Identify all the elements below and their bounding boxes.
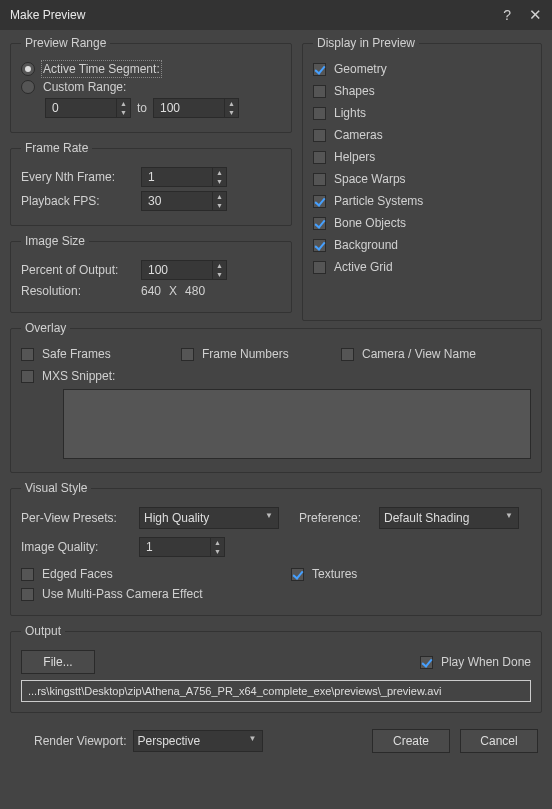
mxs-snippet-textarea[interactable]	[63, 389, 531, 459]
spinner-arrows[interactable]: ▲▼	[116, 99, 130, 117]
overlay-legend: Overlay	[21, 321, 70, 335]
visual-style-legend: Visual Style	[21, 481, 91, 495]
display-option-check[interactable]	[313, 217, 326, 230]
create-button[interactable]: Create	[372, 729, 450, 753]
file-button[interactable]: File...	[21, 650, 95, 674]
display-option-label[interactable]: Active Grid	[334, 260, 393, 274]
display-option-check[interactable]	[313, 63, 326, 76]
preference-dropdown[interactable]: Default Shading	[379, 507, 519, 529]
per-view-presets-dropdown[interactable]: High Quality	[139, 507, 279, 529]
display-option-label[interactable]: Particle Systems	[334, 194, 423, 208]
every-nth-input[interactable]: 1 ▲▼	[141, 167, 227, 187]
preference-label: Preference:	[299, 511, 379, 525]
display-option-label[interactable]: Background	[334, 238, 398, 252]
resolution-width: 640	[141, 284, 161, 298]
multipass-check[interactable]	[21, 588, 34, 601]
spinner-arrows[interactable]: ▲▼	[212, 261, 226, 279]
display-option-lights[interactable]: Lights	[313, 102, 531, 124]
display-option-check[interactable]	[313, 85, 326, 98]
custom-range-radio[interactable]	[21, 80, 35, 94]
spinner-arrows[interactable]: ▲▼	[210, 538, 224, 556]
resolution-height: 480	[185, 284, 205, 298]
visual-style-group: Visual Style Per-View Presets: High Qual…	[10, 481, 542, 616]
display-option-check[interactable]	[313, 107, 326, 120]
mxs-snippet-label[interactable]: MXS Snippet:	[42, 369, 115, 383]
display-option-geometry[interactable]: Geometry	[313, 58, 531, 80]
spinner-arrows[interactable]: ▲▼	[212, 168, 226, 186]
display-option-check[interactable]	[313, 195, 326, 208]
textures-check[interactable]	[291, 568, 304, 581]
image-quality-label: Image Quality:	[21, 540, 139, 554]
textures-label[interactable]: Textures	[312, 567, 357, 581]
image-quality-input[interactable]: 1 ▲▼	[139, 537, 225, 557]
display-option-shapes[interactable]: Shapes	[313, 80, 531, 102]
output-path: ...rs\kingstt\Desktop\zip\Athena_A756_PR…	[21, 680, 531, 702]
preview-range-group: Preview Range Active Time Segment: Custo…	[10, 36, 292, 133]
cancel-button[interactable]: Cancel	[460, 729, 538, 753]
playback-fps-input[interactable]: 30 ▲▼	[141, 191, 227, 211]
display-option-check[interactable]	[313, 261, 326, 274]
frame-rate-group: Frame Rate Every Nth Frame: 1 ▲▼ Playbac…	[10, 141, 292, 226]
display-option-active-grid[interactable]: Active Grid	[313, 256, 531, 278]
display-option-check[interactable]	[313, 151, 326, 164]
percent-output-label: Percent of Output:	[21, 263, 141, 277]
display-option-check[interactable]	[313, 129, 326, 142]
play-when-done-label[interactable]: Play When Done	[441, 655, 531, 669]
help-icon[interactable]: ?	[503, 7, 511, 23]
safe-frames-check[interactable]	[21, 348, 34, 361]
display-option-label[interactable]: Geometry	[334, 62, 387, 76]
titlebar: Make Preview ? ✕	[0, 0, 552, 30]
resolution-label: Resolution:	[21, 284, 141, 298]
display-option-bone-objects[interactable]: Bone Objects	[313, 212, 531, 234]
display-option-label[interactable]: Helpers	[334, 150, 375, 164]
percent-output-input[interactable]: 100 ▲▼	[141, 260, 227, 280]
display-option-label[interactable]: Space Warps	[334, 172, 406, 186]
play-when-done-check[interactable]	[420, 656, 433, 669]
display-option-helpers[interactable]: Helpers	[313, 146, 531, 168]
camera-view-label[interactable]: Camera / View Name	[362, 347, 476, 361]
frame-numbers-label[interactable]: Frame Numbers	[202, 347, 289, 361]
edged-faces-check[interactable]	[21, 568, 34, 581]
footer: Render Viewport: Perspective Create Canc…	[10, 721, 542, 753]
mxs-snippet-check[interactable]	[21, 370, 34, 383]
frame-rate-legend: Frame Rate	[21, 141, 92, 155]
range-to-input[interactable]: 100 ▲▼	[153, 98, 239, 118]
custom-range-label[interactable]: Custom Range:	[43, 80, 126, 94]
multipass-label[interactable]: Use Multi-Pass Camera Effect	[42, 587, 203, 601]
range-from-input[interactable]: 0 ▲▼	[45, 98, 131, 118]
display-option-background[interactable]: Background	[313, 234, 531, 256]
spinner-arrows[interactable]: ▲▼	[224, 99, 238, 117]
display-option-label[interactable]: Shapes	[334, 84, 375, 98]
window-controls: ? ✕	[503, 6, 542, 24]
display-option-label[interactable]: Lights	[334, 106, 366, 120]
output-legend: Output	[21, 624, 65, 638]
display-option-check[interactable]	[313, 173, 326, 186]
safe-frames-label[interactable]: Safe Frames	[42, 347, 111, 361]
close-icon[interactable]: ✕	[529, 6, 542, 24]
display-option-label[interactable]: Cameras	[334, 128, 383, 142]
every-nth-label: Every Nth Frame:	[21, 170, 141, 184]
edged-faces-label[interactable]: Edged Faces	[42, 567, 113, 581]
frame-numbers-check[interactable]	[181, 348, 194, 361]
image-size-legend: Image Size	[21, 234, 89, 248]
overlay-group: Overlay Safe Frames Frame Numbers Camera…	[10, 321, 542, 473]
display-option-label[interactable]: Bone Objects	[334, 216, 406, 230]
display-in-preview-legend: Display in Preview	[313, 36, 419, 50]
display-option-space-warps[interactable]: Space Warps	[313, 168, 531, 190]
per-view-presets-label: Per-View Presets:	[21, 511, 139, 525]
spinner-arrows[interactable]: ▲▼	[212, 192, 226, 210]
to-label: to	[137, 101, 147, 115]
resolution-x: X	[169, 284, 177, 298]
display-option-cameras[interactable]: Cameras	[313, 124, 531, 146]
camera-view-check[interactable]	[341, 348, 354, 361]
active-time-segment-radio[interactable]	[21, 62, 35, 76]
output-group: Output File... Play When Done ...rs\king…	[10, 624, 542, 713]
playback-fps-label: Playback FPS:	[21, 194, 141, 208]
display-option-particle-systems[interactable]: Particle Systems	[313, 190, 531, 212]
display-option-check[interactable]	[313, 239, 326, 252]
display-in-preview-group: Display in Preview GeometryShapesLightsC…	[302, 36, 542, 321]
render-viewport-dropdown[interactable]: Perspective	[133, 730, 263, 752]
window-title: Make Preview	[10, 8, 85, 22]
active-time-segment-label[interactable]: Active Time Segment:	[43, 62, 160, 76]
render-viewport-label: Render Viewport:	[34, 734, 127, 748]
